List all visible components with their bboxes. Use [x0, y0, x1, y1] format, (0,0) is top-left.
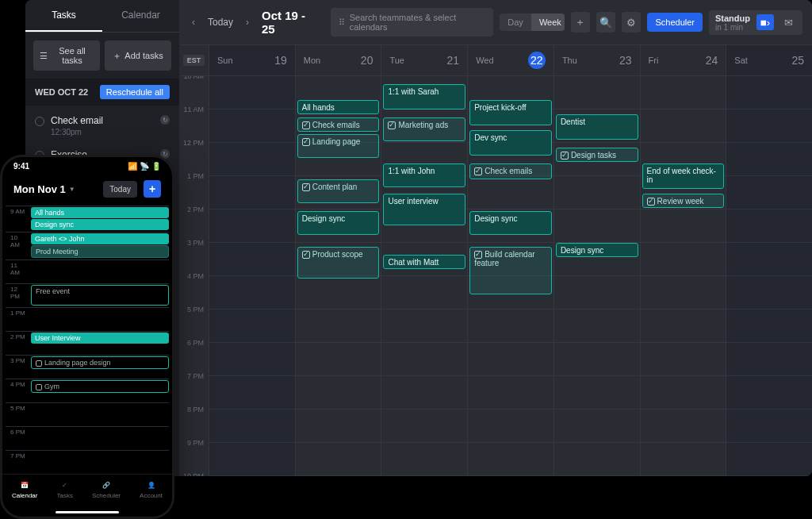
mobile-event[interactable]: Free event	[31, 285, 169, 306]
day-column[interactable]: End of week check-inReview week	[641, 76, 727, 476]
phone-slot[interactable]	[31, 451, 169, 474]
event-title: Landing page design	[44, 359, 111, 367]
mobile-event[interactable]: User Interview	[31, 333, 169, 344]
task-item[interactable]: Check email 12:30pm ↻	[25, 109, 179, 143]
today-link[interactable]: Today	[208, 17, 233, 28]
day-view-button[interactable]: Day	[500, 13, 531, 31]
mail-button[interactable]: ✉	[780, 14, 796, 30]
day-header[interactable]: Fri24	[641, 45, 727, 75]
calendar-event[interactable]: Marketing ads	[383, 117, 465, 141]
event-title: Design tasks	[571, 151, 616, 160]
day-column[interactable]: DentistDesign tasksDesign sync	[554, 76, 641, 476]
tab-icon: 👤	[146, 479, 157, 490]
phone-time-label: 11 AM	[6, 260, 31, 283]
tab-tasks[interactable]: Tasks	[25, 0, 102, 32]
calendar-event[interactable]: Landing page	[297, 134, 380, 158]
mobile-event[interactable]: All hands	[31, 207, 169, 218]
calendar-event[interactable]: Design sync	[297, 211, 380, 235]
calendar-event[interactable]: Build calendar feature	[469, 247, 552, 294]
day-header[interactable]: Sun19	[209, 45, 296, 75]
mobile-event[interactable]: Prod Meeting	[31, 245, 169, 258]
calendar-event[interactable]: Product scope	[297, 247, 380, 279]
event-title: Design sync	[35, 221, 74, 229]
next-arrow[interactable]: ›	[243, 13, 252, 31]
mobile-event[interactable]: Landing page design	[31, 356, 169, 369]
calendar-event[interactable]: Project kick-off	[469, 100, 552, 125]
day-column[interactable]: All handsCheck emailsLanding pageContent…	[296, 76, 382, 476]
standup-box[interactable]: Standup in 1 min ■› ✉	[709, 10, 802, 35]
add-button[interactable]: ＋	[571, 12, 590, 33]
see-all-tasks-button[interactable]: ☰ See all tasks	[33, 40, 100, 71]
reschedule-button[interactable]: Reschedule all	[100, 85, 170, 99]
phone-tab-scheduler[interactable]: 🔗Scheduler	[92, 479, 121, 499]
task-radio[interactable]	[35, 117, 44, 126]
calendar-event[interactable]: Design sync	[469, 211, 552, 235]
phone-slot[interactable]	[31, 260, 169, 283]
mobile-event[interactable]: Design sync	[31, 219, 169, 230]
search-input[interactable]: ⠿ Search teammates & select calendars	[331, 8, 494, 37]
phone-time-label: 3 PM	[6, 356, 31, 379]
add-tasks-button[interactable]: ＋ Add tasks	[105, 40, 171, 71]
tab-icon: 📅	[19, 479, 30, 490]
day-column[interactable]: Project kick-offDev syncCheck emailsDesi…	[468, 76, 554, 476]
day-header[interactable]: Tue21	[381, 45, 468, 75]
time-label: 6 PM	[179, 343, 209, 376]
phone-tab-account[interactable]: 👤Account	[140, 479, 163, 499]
calendar-event[interactable]: Design tasks	[556, 148, 638, 162]
day-column[interactable]	[209, 76, 296, 476]
calendar-event[interactable]: Check emails	[297, 117, 380, 132]
day-header[interactable]: Thu23	[554, 45, 641, 75]
mobile-event[interactable]: Gareth <> John	[31, 233, 169, 244]
tab-icon: ✓	[59, 479, 71, 490]
day-number: 24	[706, 54, 718, 67]
calendar-event[interactable]: Check emails	[469, 163, 552, 179]
video-icon: ■›	[760, 17, 771, 29]
settings-button[interactable]: ⚙	[622, 12, 641, 33]
calendar-event[interactable]: Dev sync	[469, 130, 552, 156]
check-icon	[474, 251, 482, 259]
calendar-event[interactable]: End of week check-in	[642, 163, 725, 189]
week-view-button[interactable]: Week	[531, 13, 565, 31]
calendar-event[interactable]: Content plan	[297, 179, 380, 203]
video-button[interactable]: ■›	[756, 14, 774, 30]
phone-slot[interactable]: Landing page design	[31, 356, 169, 379]
calendar-event[interactable]: Design sync	[556, 243, 638, 257]
phone-slot[interactable]: Gareth <> JohnProd Meeting	[31, 233, 169, 260]
event-title: Landing page	[312, 137, 361, 146]
calendar-event[interactable]: Chat with Matt	[383, 255, 465, 269]
time-label: 11 AM	[179, 110, 209, 143]
phone-date[interactable]: Mon Nov 1 ▼	[13, 183, 75, 195]
phone-slot[interactable]: User Interview	[31, 332, 169, 355]
phone-slot[interactable]	[31, 308, 169, 331]
day-header[interactable]: Wed22	[468, 45, 554, 75]
calendar-event[interactable]: Review week	[642, 194, 725, 208]
calendar-event[interactable]: Dentist	[556, 114, 638, 140]
phone-slot[interactable]: Gym	[31, 379, 169, 402]
search-button[interactable]: 🔍	[596, 12, 615, 33]
calendar-event[interactable]: 1:1 with John	[383, 163, 465, 187]
phone-slot[interactable]	[31, 403, 169, 426]
phone-slot[interactable]: Free event	[31, 284, 169, 307]
phone-tab-calendar[interactable]: 📅Calendar	[12, 479, 37, 499]
calendar-event[interactable]: All hands	[297, 100, 380, 114]
calendar-event[interactable]: User interview	[383, 194, 465, 225]
prev-arrow[interactable]: ‹	[189, 13, 198, 31]
day-column[interactable]: 1:1 with SarahMarketing ads1:1 with John…	[381, 76, 468, 476]
day-header[interactable]: Mon20	[296, 45, 382, 75]
scheduler-button[interactable]: Scheduler	[647, 13, 703, 32]
check-icon	[302, 121, 310, 129]
day-header[interactable]: Sat25	[726, 45, 812, 75]
tab-calendar[interactable]: Calendar	[102, 0, 179, 32]
calendar-event[interactable]: 1:1 with Sarah	[383, 84, 465, 110]
timezone-cell[interactable]: EST	[179, 45, 209, 75]
tab-label: Calendar	[12, 492, 37, 499]
phone-slot[interactable]: All handsDesign sync	[31, 206, 169, 232]
phone-add-button[interactable]: +	[144, 180, 161, 198]
day-column[interactable]	[726, 76, 812, 476]
phone-today-button[interactable]: Today	[103, 181, 137, 198]
phone-slot[interactable]	[31, 427, 169, 450]
phone-tabs: 📅Calendar✓Tasks🔗Scheduler👤Account	[2, 474, 172, 507]
phone-tab-tasks[interactable]: ✓Tasks	[57, 479, 73, 499]
check-icon	[647, 198, 655, 206]
mobile-event[interactable]: Gym	[31, 380, 169, 393]
